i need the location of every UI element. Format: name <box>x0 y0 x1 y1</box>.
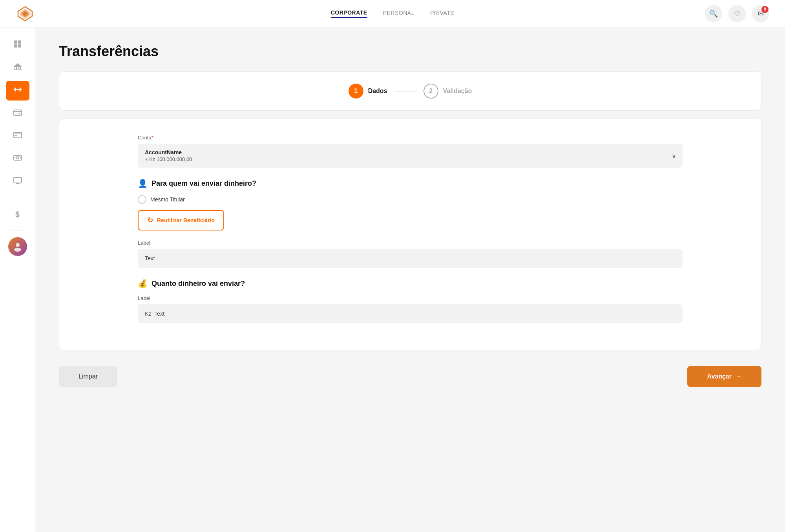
sidebar-item-wallet[interactable] <box>6 104 29 123</box>
svg-point-23 <box>20 157 21 159</box>
send-section-title: Para quem vai enviar dinheiro? <box>152 179 256 188</box>
svg-rect-14 <box>14 69 22 70</box>
svg-rect-6 <box>18 40 21 44</box>
money-bag-icon: 💰 <box>138 279 148 288</box>
reuse-label: Reutilizar Beneficiário <box>157 217 215 223</box>
refresh-icon: ↻ <box>147 216 153 225</box>
svg-rect-19 <box>15 135 17 136</box>
svg-marker-15 <box>14 63 22 66</box>
form-card: Conta* AccountName + Kz 100.000.000,00 ∨… <box>59 119 761 350</box>
nav-private[interactable]: PRIVATE <box>430 10 454 18</box>
message-badge: 9 <box>761 6 769 13</box>
heart-icon: ♡ <box>734 9 740 18</box>
search-icon: 🔍 <box>709 9 718 18</box>
card-icon <box>13 130 22 142</box>
label2-label: Label <box>138 295 683 301</box>
label1-label: Label <box>138 240 683 246</box>
favorites-button[interactable]: ♡ <box>728 5 746 22</box>
svg-rect-16 <box>14 110 22 115</box>
svg-rect-24 <box>14 177 22 183</box>
nav-links: CORPORATE PERSONAL PRIVATE <box>331 9 455 18</box>
step-1: 1 Dados <box>349 84 387 99</box>
currency-prefix: Kz <box>145 311 151 317</box>
advance-arrow-icon: → <box>736 373 742 380</box>
svg-rect-10 <box>15 67 15 69</box>
step-1-circle: 1 <box>349 84 363 99</box>
bank-icon <box>13 62 22 74</box>
step-2: 2 Validação <box>424 84 472 99</box>
cash-icon <box>13 153 22 165</box>
sidebar-avatar[interactable] <box>8 237 27 256</box>
required-marker: * <box>152 135 153 141</box>
sidebar-item-bank[interactable] <box>6 58 29 78</box>
account-balance: + Kz 100.000.000,00 <box>145 156 675 162</box>
search-button[interactable]: 🔍 <box>705 5 722 22</box>
person-icon: 👤 <box>138 179 148 188</box>
sidebar-item-card[interactable] <box>6 126 29 146</box>
sidebar-item-cash[interactable] <box>6 149 29 169</box>
reuse-beneficiary-button[interactable]: ↻ Reutilizar Beneficiário <box>138 210 224 230</box>
main-content: Transferências 1 Dados 2 Validação Conta <box>35 27 785 532</box>
nav-actions: 🔍 ♡ ✉ 9 <box>705 5 769 22</box>
radio-circle <box>138 195 146 204</box>
account-select[interactable]: AccountName + Kz 100.000.000,00 <box>138 144 683 168</box>
wallet-icon <box>13 108 22 119</box>
currency-icon: $ <box>15 210 20 219</box>
chevron-down-icon: ∨ <box>672 152 676 159</box>
form-group-conta: Conta* AccountName + Kz 100.000.000,00 ∨ <box>138 135 683 168</box>
svg-rect-17 <box>18 113 20 114</box>
stepper-card: 1 Dados 2 Validação <box>59 71 761 111</box>
dashboard-icon <box>13 39 22 51</box>
svg-rect-13 <box>20 67 21 69</box>
svg-point-22 <box>14 157 15 159</box>
svg-rect-9 <box>14 66 22 67</box>
sidebar-divider <box>10 198 26 198</box>
svg-point-26 <box>14 248 21 252</box>
amount-input-wrapper: Kz <box>138 304 683 323</box>
step-1-label: Dados <box>368 88 387 95</box>
send-section-heading: 👤 Para quem vai enviar dinheiro? <box>138 179 683 188</box>
svg-rect-11 <box>16 67 17 69</box>
sidebar-item-currency[interactable]: $ <box>6 205 29 224</box>
form-group-label1: Label <box>138 240 683 268</box>
transfers-icon <box>13 85 22 97</box>
sidebar-divider-2 <box>10 230 26 231</box>
conta-label: Conta* <box>138 135 683 141</box>
sidebar-item-transfers[interactable] <box>6 81 29 101</box>
radio-mesmo-titular[interactable]: Mesmo Titular <box>138 195 683 204</box>
account-select-wrapper: AccountName + Kz 100.000.000,00 ∨ <box>138 144 683 168</box>
svg-point-25 <box>16 243 20 247</box>
nav-personal[interactable]: PERSONAL <box>383 10 414 18</box>
step-connector <box>394 91 417 91</box>
svg-rect-7 <box>14 44 17 48</box>
clear-button[interactable]: Limpar <box>59 366 117 387</box>
sidebar-item-screen[interactable] <box>6 172 29 192</box>
layout: $ Transferências 1 Dados 2 Validação <box>0 27 785 532</box>
amount-input[interactable] <box>154 304 675 323</box>
svg-rect-12 <box>18 67 19 69</box>
svg-rect-8 <box>18 44 21 48</box>
radio-label: Mesmo Titular <box>150 196 185 203</box>
account-name: AccountName <box>145 149 675 155</box>
step-2-circle: 2 <box>424 84 438 99</box>
advance-label: Avançar <box>707 373 732 380</box>
logo[interactable] <box>16 4 35 23</box>
amount-section-heading: 💰 Quanto dinheiro vai enviar? <box>138 279 683 288</box>
svg-point-21 <box>16 157 19 159</box>
amount-section-title: Quanto dinheiro vai enviar? <box>152 280 245 288</box>
step-2-label: Validação <box>443 88 472 95</box>
topnav: CORPORATE PERSONAL PRIVATE 🔍 ♡ ✉ 9 <box>0 0 785 27</box>
screen-icon <box>13 176 22 188</box>
advance-button[interactable]: Avançar → <box>687 366 761 387</box>
sidebar: $ <box>0 27 35 532</box>
messages-button[interactable]: ✉ 9 <box>752 5 769 22</box>
sidebar-item-dashboard[interactable] <box>6 35 29 55</box>
form-group-label2: Label Kz <box>138 295 683 323</box>
text-input-1[interactable] <box>138 249 683 268</box>
footer-actions: Limpar Avançar → <box>59 358 761 395</box>
page-title: Transferências <box>59 43 761 60</box>
nav-corporate[interactable]: CORPORATE <box>331 9 367 18</box>
svg-rect-5 <box>14 40 17 44</box>
stepper: 1 Dados 2 Validação <box>349 84 472 99</box>
